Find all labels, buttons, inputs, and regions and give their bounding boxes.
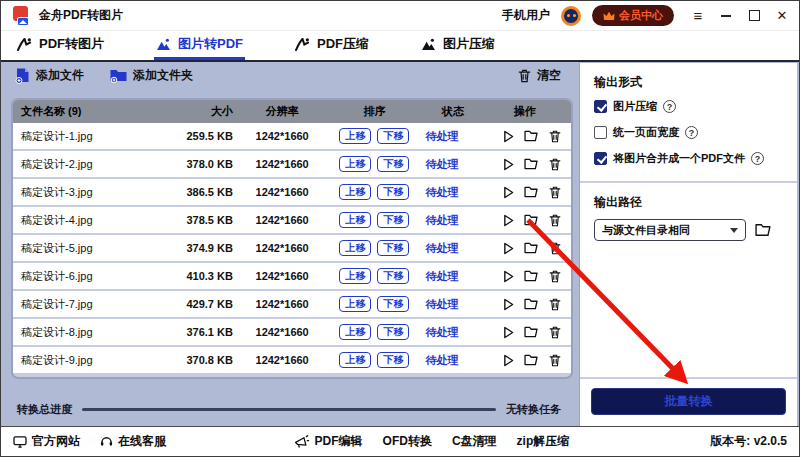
move-down-button[interactable]: 下移: [377, 352, 409, 368]
online-support-link[interactable]: 在线客服: [100, 433, 166, 450]
open-folder-icon[interactable]: [524, 354, 539, 366]
delete-file-icon[interactable]: [549, 326, 561, 339]
open-folder-icon[interactable]: [524, 158, 539, 170]
tab-image-to-pdf[interactable]: 图片转PDF: [154, 31, 245, 60]
header-actions: 操作: [486, 104, 571, 119]
open-folder-icon[interactable]: [524, 130, 539, 142]
ofd-convert-link[interactable]: OFD转换: [383, 433, 432, 450]
delete-file-icon[interactable]: [549, 354, 561, 367]
table-row: 稿定设计-3.jpg 386.5 KB 1242*1660 上移 下移 待处理: [13, 179, 571, 205]
maximize-button[interactable]: [747, 9, 761, 23]
move-up-button[interactable]: 上移: [339, 128, 371, 144]
open-folder-icon[interactable]: [524, 186, 539, 198]
close-button[interactable]: ✕: [775, 9, 789, 23]
table-body: 稿定设计-1.jpg 259.5 KB 1242*1660 上移 下移 待处理 …: [13, 123, 571, 373]
delete-file-icon[interactable]: [549, 298, 561, 311]
move-down-button[interactable]: 下移: [377, 240, 409, 256]
official-website-link[interactable]: 官方网站: [13, 433, 80, 450]
merge-pdf-checkbox[interactable]: [594, 152, 607, 165]
tab-pdf-to-image[interactable]: PDF转图片: [15, 31, 106, 60]
move-up-button[interactable]: 上移: [339, 156, 371, 172]
option-image-compress[interactable]: 图片压缩 ?: [594, 99, 783, 114]
image-compress-checkbox[interactable]: [594, 100, 607, 113]
delete-file-icon[interactable]: [549, 130, 561, 143]
tab-bar: PDF转图片 图片转PDF PDF压缩 图片压缩: [1, 31, 799, 62]
help-icon[interactable]: ?: [751, 152, 764, 165]
tab-image-compress[interactable]: 图片压缩: [419, 31, 497, 60]
move-down-button[interactable]: 下移: [377, 268, 409, 284]
open-folder-icon[interactable]: [524, 326, 539, 338]
output-path-dropdown[interactable]: 与源文件目录相同: [594, 219, 746, 241]
file-name: 稿定设计-6.jpg: [13, 269, 178, 284]
delete-file-icon[interactable]: [549, 214, 561, 227]
move-down-button[interactable]: 下移: [377, 184, 409, 200]
trash-icon: [518, 69, 531, 83]
delete-file-icon[interactable]: [549, 242, 561, 255]
play-convert-icon[interactable]: [503, 186, 514, 199]
table-row: 稿定设计-9.jpg 370.8 KB 1242*1660 上移 下移 待处理: [13, 347, 571, 373]
clear-list-button[interactable]: 清空: [518, 67, 561, 84]
play-convert-icon[interactable]: [503, 130, 514, 143]
move-up-button[interactable]: 上移: [339, 212, 371, 228]
minimize-button[interactable]: [719, 9, 733, 23]
file-size: 370.8 KB: [178, 354, 235, 366]
window-title: 金舟PDF转图片: [39, 7, 123, 24]
help-icon[interactable]: ?: [685, 126, 698, 139]
titlebar: 金舟PDF转图片 手机用户 会员中心 ≡ ✕: [1, 1, 799, 31]
add-file-button[interactable]: 添加文件: [15, 67, 84, 84]
header-status: 状态: [424, 104, 483, 119]
help-icon[interactable]: ?: [663, 100, 676, 113]
file-resolution: 1242*1660: [243, 270, 322, 282]
move-down-button[interactable]: 下移: [377, 212, 409, 228]
move-down-button[interactable]: 下移: [377, 296, 409, 312]
header-sort: 排序: [325, 104, 423, 119]
open-folder-icon[interactable]: [524, 270, 539, 282]
browse-folder-icon[interactable]: [755, 223, 772, 237]
file-name: 稿定设计-5.jpg: [13, 241, 178, 256]
open-folder-icon[interactable]: [524, 298, 539, 310]
zip-extract-link[interactable]: zip解压缩: [517, 433, 570, 450]
option-uniform-width[interactable]: 统一页面宽度 ?: [594, 125, 783, 140]
option-merge-pdf[interactable]: 将图片合并成一个PDF文件 ?: [594, 151, 783, 166]
delete-file-icon[interactable]: [549, 186, 561, 199]
play-convert-icon[interactable]: [503, 298, 514, 311]
move-down-button[interactable]: 下移: [377, 324, 409, 340]
delete-file-icon[interactable]: [549, 158, 561, 171]
tab-pdf-compress[interactable]: PDF压缩: [293, 31, 371, 60]
move-down-button[interactable]: 下移: [377, 128, 409, 144]
play-convert-icon[interactable]: [503, 242, 514, 255]
table-row: 稿定设计-8.jpg 376.1 KB 1242*1660 上移 下移 待处理: [13, 319, 571, 345]
play-convert-icon[interactable]: [503, 270, 514, 283]
move-up-button[interactable]: 上移: [339, 324, 371, 340]
table-row: 稿定设计-5.jpg 374.9 KB 1242*1660 上移 下移 待处理: [13, 235, 571, 261]
table-row: 稿定设计-2.jpg 378.0 KB 1242*1660 上移 下移 待处理: [13, 151, 571, 177]
pdf-edit-link[interactable]: PDF编辑: [295, 433, 363, 450]
add-folder-button[interactable]: 添加文件夹: [110, 67, 193, 84]
move-up-button[interactable]: 上移: [339, 268, 371, 284]
open-folder-icon[interactable]: [524, 242, 539, 254]
open-folder-icon[interactable]: [524, 214, 539, 226]
batch-convert-button[interactable]: 批量转换: [591, 388, 786, 415]
play-convert-icon[interactable]: [503, 326, 514, 339]
file-status: 待处理: [424, 269, 483, 284]
monitor-icon: [13, 436, 27, 448]
file-name: 稿定设计-8.jpg: [13, 325, 178, 340]
vip-center-button[interactable]: 会员中心: [592, 5, 674, 26]
play-convert-icon[interactable]: [503, 214, 514, 227]
delete-file-icon[interactable]: [549, 270, 561, 283]
c-drive-clean-link[interactable]: C盘清理: [452, 433, 497, 450]
user-label[interactable]: 手机用户: [502, 7, 550, 24]
play-convert-icon[interactable]: [503, 158, 514, 171]
move-up-button[interactable]: 上移: [339, 352, 371, 368]
move-down-button[interactable]: 下移: [377, 156, 409, 172]
settings-sidebar: 输出形式 图片压缩 ? 统一页面宽度 ? 将图片合并成一个PDF文件 ? 输出路…: [579, 63, 797, 426]
move-up-button[interactable]: 上移: [339, 296, 371, 312]
file-size: 259.5 KB: [178, 130, 235, 142]
move-up-button[interactable]: 上移: [339, 184, 371, 200]
uniform-width-checkbox[interactable]: [594, 126, 607, 139]
move-up-button[interactable]: 上移: [339, 240, 371, 256]
menu-button[interactable]: ≡: [691, 9, 705, 23]
play-convert-icon[interactable]: [503, 354, 514, 367]
user-avatar[interactable]: [561, 6, 581, 26]
file-status: 待处理: [424, 297, 483, 312]
